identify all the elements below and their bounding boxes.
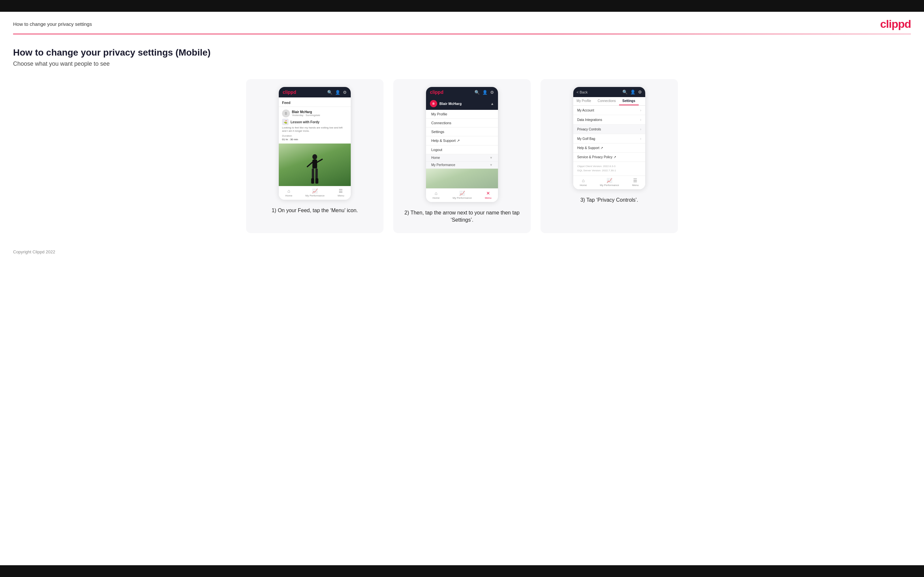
chevron-right-icon: › — [640, 108, 641, 112]
service-privacy-label: Service & Privacy Policy ↗ — [577, 155, 616, 159]
step-3-phone: < Back 🔍 👤 ⚙ My Profile Connections Sett… — [573, 87, 645, 189]
step2-caption: 2) Then, tap the arrow next to your name… — [400, 209, 524, 224]
settings-icon2: ⚙ — [490, 90, 494, 95]
settings-list: My Account › Data Integrations › Privacy… — [573, 106, 645, 162]
back-button: < Back — [577, 90, 588, 94]
gql-version: GQL Server Version: 2022.7.30-1 — [577, 169, 641, 173]
breadcrumb: How to change your privacy settings — [13, 21, 92, 27]
menu-dropdown: My Profile Connections Settings Help & S… — [426, 110, 498, 169]
step1-caption: 1) On your Feed, tap the ‘Menu’ icon. — [271, 207, 358, 214]
performance-icon2: 📈 — [459, 190, 465, 196]
feed-user-sub: Yesterday · Sunningdale — [292, 114, 320, 117]
menu-user-row: B Blair McHarg ▲ — [426, 97, 498, 110]
settings-nav-bar: < Back 🔍 👤 ⚙ — [573, 87, 645, 97]
settings-item-data-integrations[interactable]: Data Integrations › — [573, 115, 645, 124]
chevron-right-icon2: › — [640, 118, 641, 122]
feed-tab-label: Feed — [282, 101, 291, 105]
home-icon2: ⌂ — [435, 190, 437, 196]
lesson-desc: Looking to feel like my hands are exitin… — [282, 126, 347, 133]
tab-my-performance: 📈 My Performance — [305, 188, 325, 197]
tab-connections[interactable]: Connections — [594, 97, 619, 105]
step1-logo: clippd — [283, 90, 296, 95]
menu-item-settings: Settings — [426, 127, 498, 136]
home-sub-label: Home — [431, 156, 440, 160]
my-golf-bag-label: My Golf Bag — [577, 137, 595, 140]
settings-icon: ⚙ — [343, 90, 347, 95]
search-icon2: 🔍 — [475, 90, 480, 95]
menu-label3: Menu — [632, 184, 639, 187]
step2-bottom-bar: ⌂ Home 📈 My Performance ✕ Menu — [426, 188, 498, 202]
settings-item-my-golf-bag[interactable]: My Golf Bag › — [573, 134, 645, 143]
performance-icon: 📈 — [312, 188, 318, 193]
menu-user-left: B Blair McHarg — [430, 100, 462, 107]
help-support-label: Help & Support ↗ — [577, 146, 603, 150]
step2-nav-icons: 🔍 👤 ⚙ — [475, 90, 494, 95]
feed-avatar: B — [282, 110, 290, 118]
user-icon3: 👤 — [630, 90, 635, 95]
client-version: Clippd Client Version: 2022.8.3-3 — [577, 164, 641, 169]
chevron-up-icon: ▲ — [491, 102, 494, 106]
tab2-menu: ✕ Menu — [485, 190, 491, 200]
step-2-phone: clippd 🔍 👤 ⚙ B Blair McHarg ▲ — [426, 87, 498, 202]
menu-item-connections: Connections — [426, 119, 498, 127]
duration-value: 01 hr : 30 min — [282, 138, 347, 141]
privacy-controls-label: Privacy Controls — [577, 127, 601, 131]
footer: Copyright Clippd 2022 — [0, 243, 924, 264]
chevron-right-icon3: › — [640, 127, 641, 131]
user-icon2: 👤 — [482, 90, 488, 95]
performance-icon3: 📈 — [607, 178, 612, 183]
tab-settings[interactable]: Settings — [619, 97, 638, 105]
my-account-label: My Account — [577, 108, 594, 112]
svg-line-3 — [317, 159, 322, 162]
tab3-home: ⌂ Home — [580, 178, 586, 187]
feed-user-name: Blair McHarg — [292, 110, 320, 114]
step-3-card: < Back 🔍 👤 ⚙ My Profile Connections Sett… — [541, 79, 678, 233]
header: How to change your privacy settings clip… — [0, 12, 924, 34]
menu-icon3: ☰ — [633, 178, 637, 183]
home-icon: ⌂ — [287, 188, 290, 193]
home-icon3: ⌂ — [582, 178, 584, 183]
menu-user-name: Blair McHarg — [439, 102, 462, 106]
step-1-phone: clippd 🔍 👤 ⚙ Feed B Blair — [279, 87, 351, 200]
main-content: How to change your privacy settings (Mob… — [0, 34, 924, 243]
svg-point-0 — [312, 154, 317, 160]
top-bar — [0, 0, 924, 12]
step-1-card: clippd 🔍 👤 ⚙ Feed B Blair — [246, 79, 383, 233]
svg-rect-1 — [312, 160, 317, 168]
chevron-down-icon2: ▼ — [489, 163, 493, 167]
feed-post: B Blair McHarg Yesterday · Sunningdale ⛳… — [279, 107, 351, 143]
tab3-performance: 📈 My Performance — [600, 178, 619, 187]
menu-label: Menu — [338, 194, 344, 197]
performance-label: My Performance — [305, 194, 325, 197]
feed-lesson-row: ⛳ Lesson with Fordy — [282, 119, 347, 125]
lesson-title: Lesson with Fordy — [291, 120, 319, 124]
tab2-home: ⌂ Home — [433, 190, 439, 200]
step3-nav-icons: 🔍 👤 ⚙ — [622, 90, 642, 95]
golf-figure-svg — [305, 153, 325, 186]
lesson-icon: ⛳ — [282, 119, 289, 125]
home-label: Home — [285, 194, 292, 197]
performance-label3: My Performance — [600, 184, 619, 187]
step2-logo: clippd — [430, 90, 443, 95]
step3-caption: 3) Tap ‘Privacy Controls’. — [580, 197, 638, 204]
settings-tabs-bar: My Profile Connections Settings — [573, 97, 645, 106]
menu-avatar: B — [430, 100, 437, 107]
step1-bottom-bar: ⌂ Home 📈 My Performance ☰ Menu — [279, 186, 351, 200]
settings-item-help-support[interactable]: Help & Support ↗ — [573, 143, 645, 153]
tab2-performance: 📈 My Performance — [452, 190, 472, 200]
copyright: Copyright Clippd 2022 — [13, 250, 55, 254]
tab-my-profile[interactable]: My Profile — [573, 97, 594, 105]
home-label2: Home — [433, 197, 439, 200]
close-icon: ✕ — [486, 190, 490, 196]
settings-item-service-privacy[interactable]: Service & Privacy Policy ↗ — [573, 153, 645, 162]
bottom-bar — [0, 565, 924, 577]
page-title: How to change your privacy settings (Mob… — [13, 47, 911, 58]
search-icon3: 🔍 — [622, 90, 628, 95]
settings-item-privacy-controls[interactable]: Privacy Controls › — [573, 124, 645, 134]
menu-label2: Menu — [485, 197, 491, 200]
blurred-bg — [426, 169, 498, 188]
settings-item-my-account[interactable]: My Account › — [573, 106, 645, 115]
menu-sub-performance: My Performance ▼ — [426, 161, 498, 169]
performance-sub-label: My Performance — [431, 163, 455, 167]
feed-image — [279, 143, 351, 186]
